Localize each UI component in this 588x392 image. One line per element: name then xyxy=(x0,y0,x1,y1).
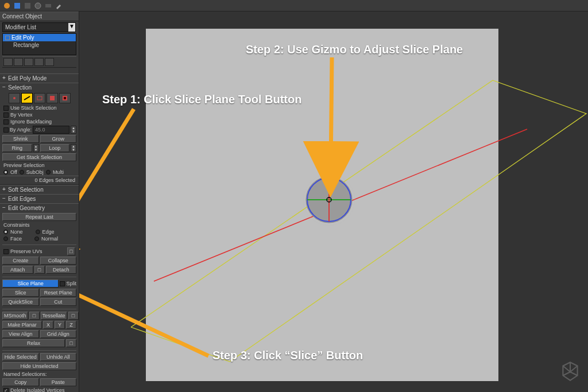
rollout-editpolymode[interactable]: Edit Poly Mode xyxy=(0,73,79,83)
svg-point-0 xyxy=(4,3,10,9)
rollout-edit-geometry[interactable]: Edit Geometry xyxy=(0,203,79,212)
msmooth-button[interactable]: MSmooth xyxy=(2,312,28,320)
preserve-uvs-settings[interactable]: □ xyxy=(67,247,75,255)
collapse-button[interactable]: Collapse xyxy=(40,257,77,265)
slice-plane-button[interactable]: Slice Plane xyxy=(2,280,59,288)
top-toolbar xyxy=(0,0,588,11)
planar-x-button[interactable]: X xyxy=(43,321,53,329)
paste-button[interactable]: Paste xyxy=(40,378,77,386)
preview-subobj-radio[interactable] xyxy=(20,170,24,174)
tool-icon-5[interactable] xyxy=(44,1,53,10)
ignore-backfacing-check[interactable]: Ignore Backfacing xyxy=(0,118,79,125)
stack-item-editpoly[interactable]: Edit Poly xyxy=(3,34,76,41)
by-angle-check[interactable] xyxy=(3,127,9,133)
svg-rect-9 xyxy=(64,97,66,99)
arrow-step1 xyxy=(79,109,134,258)
preview-multi-radio[interactable] xyxy=(46,170,51,174)
by-angle-value[interactable]: 45.0 xyxy=(33,126,69,134)
by-vertex-check[interactable]: By Vertex xyxy=(0,111,79,118)
ring-button[interactable]: Ring xyxy=(2,144,32,152)
named-selections-label: Named Selections: xyxy=(0,371,79,378)
repeat-last-button[interactable]: Repeat Last xyxy=(2,213,76,221)
hide-selected-button[interactable]: Hide Selected xyxy=(2,353,39,361)
configure-sets-button[interactable] xyxy=(45,58,54,66)
get-stack-selection-button[interactable]: Get Stack Selection xyxy=(2,153,76,161)
edge-mode-button[interactable] xyxy=(21,93,33,103)
element-mode-button[interactable] xyxy=(59,93,71,103)
dropdown-arrow-icon: ▼ xyxy=(68,23,75,32)
use-stack-selection-check[interactable]: Use Stack Selection xyxy=(0,104,79,111)
hide-unselected-button[interactable]: Hide Unselected xyxy=(2,362,76,370)
delete-isolated-check[interactable]: Delete Isolated Vertices xyxy=(0,387,79,392)
preview-selection-label: Preview Selection xyxy=(0,162,79,169)
tool-icon-4[interactable] xyxy=(33,1,42,10)
stack-item-rectangle[interactable]: Rectangle xyxy=(3,41,76,49)
create-button[interactable]: Create xyxy=(2,257,39,265)
svg-point-5 xyxy=(13,97,16,99)
tessellate-button[interactable]: Tessellate xyxy=(41,312,67,320)
tool-icon-3[interactable] xyxy=(23,1,32,10)
annotation-step1: Step 1: Click Slice Plane Tool Button xyxy=(102,93,301,106)
reset-plane-button[interactable]: Reset Plane xyxy=(40,289,77,297)
selection-status: 0 Edges Selected xyxy=(0,176,79,185)
copy-button[interactable]: Copy xyxy=(2,378,39,386)
annotation-step2: Step 2: Use Gizmo to Adjust Slice Plane xyxy=(246,43,463,56)
rollout-soft-selection[interactable]: Soft Selection xyxy=(0,185,79,194)
remove-modifier-button[interactable] xyxy=(34,58,44,66)
viewport[interactable]: Step 1: Click Slice Plane Tool Button St… xyxy=(79,11,588,392)
rollout-selection[interactable]: Selection xyxy=(0,83,79,92)
cut-button[interactable]: Cut xyxy=(40,298,77,306)
detach-button[interactable]: Detach xyxy=(46,266,77,274)
svg-rect-6 xyxy=(37,96,42,100)
slice-button[interactable]: Slice xyxy=(2,289,39,297)
make-unique-button[interactable] xyxy=(24,58,33,66)
svg-rect-1 xyxy=(14,3,20,9)
polygon-mode-button[interactable] xyxy=(47,93,58,103)
modifier-list-dropdown[interactable]: Modifier List ▼ xyxy=(2,22,76,32)
loop-button[interactable]: Loop xyxy=(40,144,70,152)
view-align-button[interactable]: View Align xyxy=(2,330,39,338)
grid-align-button[interactable]: Grid Align xyxy=(40,330,77,338)
ring-spinner[interactable]: ▲▼ xyxy=(33,144,39,152)
preview-off-radio[interactable] xyxy=(3,170,8,174)
modifier-list-label: Modifier List xyxy=(5,24,36,30)
vertex-mode-button[interactable] xyxy=(9,93,20,103)
stack-toolbar xyxy=(2,56,76,68)
planar-z-button[interactable]: Z xyxy=(66,321,76,329)
constraint-normal-radio[interactable] xyxy=(34,236,39,241)
constraint-face-radio[interactable] xyxy=(3,236,8,241)
constraint-edge-radio[interactable] xyxy=(36,230,40,234)
constraints-label: Constraints xyxy=(0,222,79,228)
svg-rect-7 xyxy=(50,96,55,100)
loop-spinner[interactable]: ▲▼ xyxy=(71,144,76,152)
split-check[interactable] xyxy=(60,281,65,286)
make-planar-button[interactable]: Make Planar xyxy=(2,321,42,329)
command-panel: Connect Object Modifier List ▼ Edit Poly… xyxy=(0,11,79,392)
quickslice-button[interactable]: QuickSlice xyxy=(2,298,39,306)
rollout-edit-edges[interactable]: Edit Edges xyxy=(0,194,79,203)
stack-toggle-icon[interactable] xyxy=(5,36,10,40)
tool-icon-2[interactable] xyxy=(13,1,22,10)
pin-stack-button[interactable] xyxy=(3,58,13,66)
shrink-button[interactable]: Shrink xyxy=(2,135,39,143)
perspective-plane xyxy=(146,29,498,381)
relax-button[interactable]: Relax xyxy=(2,339,65,347)
annotation-step3: Step 3: Click “Slice” Button xyxy=(212,349,363,362)
grow-button[interactable]: Grow xyxy=(40,135,77,143)
angle-spinner[interactable]: ▲▼ xyxy=(71,126,76,134)
border-mode-button[interactable] xyxy=(34,93,45,103)
preserve-uvs-check[interactable]: Preserve UVs□ xyxy=(0,247,79,256)
show-result-button[interactable] xyxy=(14,58,23,66)
attach-settings-button[interactable]: □ xyxy=(34,266,45,274)
attach-button[interactable]: Attach xyxy=(2,266,33,274)
hammer-icon[interactable] xyxy=(54,1,63,10)
msmooth-settings[interactable]: □ xyxy=(29,312,40,320)
svg-rect-4 xyxy=(45,4,51,7)
relax-settings[interactable]: □ xyxy=(66,339,76,347)
tool-icon-1[interactable] xyxy=(2,1,11,10)
modifier-stack[interactable]: Edit Poly Rectangle xyxy=(2,33,76,55)
constraint-none-radio[interactable] xyxy=(3,230,8,234)
tessellate-settings[interactable]: □ xyxy=(68,312,79,320)
planar-y-button[interactable]: Y xyxy=(55,321,65,329)
unhide-all-button[interactable]: Unhide All xyxy=(40,353,77,361)
